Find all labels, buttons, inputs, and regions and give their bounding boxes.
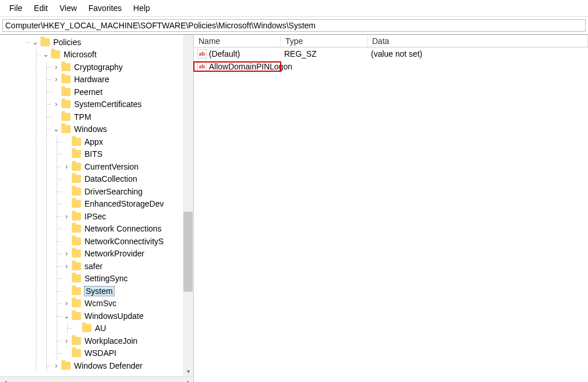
tree-node-tpm[interactable]: TPM <box>0 111 193 123</box>
folder-icon <box>72 150 81 158</box>
tree-node-network-connections[interactable]: Network Connections <box>0 223 193 236</box>
menu-edit[interactable]: Edit <box>28 2 54 14</box>
tree-node-networkprovider[interactable]: ›NetworkProvider <box>0 248 193 260</box>
scroll-left-arrow-icon[interactable]: ◂ <box>0 377 10 383</box>
column-type[interactable]: Type <box>281 35 368 47</box>
tree-node-label: Network Connections <box>84 224 161 233</box>
menu-help[interactable]: Help <box>127 2 156 14</box>
tree-node-label: Windows <box>74 124 107 134</box>
tree-node-peernet[interactable]: Peernet <box>0 86 193 98</box>
folder-icon <box>72 212 81 221</box>
twisty-empty <box>63 200 71 208</box>
twisty-empty <box>52 88 60 96</box>
list-header[interactable]: Name Type Data <box>194 35 588 47</box>
chevron-right-icon[interactable]: › <box>63 163 71 171</box>
scrollbar-thumb[interactable] <box>183 212 193 292</box>
values-pane: Name Type Data ab(Default)REG_SZ(value n… <box>194 35 588 382</box>
menu-file[interactable]: File <box>3 2 28 14</box>
folder-icon <box>72 312 81 320</box>
folder-icon <box>72 138 81 146</box>
tree-node-networkconnectivitys[interactable]: NetworkConnectivityS <box>0 235 193 248</box>
chevron-down-icon[interactable]: ⌄ <box>31 38 39 46</box>
folder-icon <box>61 125 71 133</box>
menu-view[interactable]: View <box>54 2 83 14</box>
chevron-right-icon[interactable]: › <box>63 337 71 345</box>
chevron-right-icon[interactable]: › <box>63 262 71 270</box>
value-type: REG_SZ <box>281 49 368 58</box>
tree-node-currentversion[interactable]: ›CurrentVersion <box>0 160 193 173</box>
chevron-right-icon[interactable]: › <box>52 63 60 71</box>
tree-node-label: IPSec <box>84 212 106 221</box>
chevron-down-icon[interactable]: ⌄ <box>52 125 60 133</box>
folder-icon <box>82 324 91 332</box>
tree-node-cryptography[interactable]: ›Cryptography <box>0 61 193 74</box>
tree-node-microsoft[interactable]: ⌄Microsoft <box>0 49 193 61</box>
value-row[interactable]: abAllowDomainPINLogon <box>194 60 588 73</box>
value-name: (Default) <box>209 49 240 58</box>
tree-node-label: System <box>84 286 114 296</box>
tree-node-appx[interactable]: Appx <box>0 135 193 148</box>
folder-icon <box>72 200 81 208</box>
tree-horizontal-scrollbar[interactable]: ◂ ▸ <box>0 376 193 382</box>
tree-node-windows[interactable]: ⌄Windows <box>0 123 193 136</box>
tree-node-datacollection[interactable]: DataCollection <box>0 173 193 186</box>
folder-icon <box>61 88 71 96</box>
main-split: ⌄Policies⌄Microsoft›Cryptography›Hardwar… <box>0 35 588 382</box>
tree-node-wcmsvc[interactable]: ›WcmSvc <box>0 297 193 310</box>
tree-node-settingsync[interactable]: SettingSync <box>0 273 193 285</box>
chevron-right-icon[interactable]: › <box>63 299 71 307</box>
twisty-empty <box>63 175 71 183</box>
menu-favorites[interactable]: Favorites <box>83 2 128 14</box>
registry-tree[interactable]: ⌄Policies⌄Microsoft›Cryptography›Hardwar… <box>0 35 193 376</box>
twisty-empty <box>63 150 71 158</box>
tree-node-workplacejoin[interactable]: ›WorkplaceJoin <box>0 335 193 347</box>
chevron-right-icon[interactable]: › <box>52 75 60 83</box>
tree-node-ipsec[interactable]: ›IPSec <box>0 210 193 223</box>
folder-icon <box>61 63 71 71</box>
tree-node-system[interactable]: System <box>0 285 193 297</box>
tree-node-bits[interactable]: BITS <box>0 148 193 161</box>
folder-icon <box>72 349 81 357</box>
tree-node-wsdapi[interactable]: WSDAPI <box>0 347 193 360</box>
chevron-down-icon[interactable]: ⌄ <box>63 312 71 320</box>
chevron-down-icon[interactable]: ⌄ <box>42 50 50 58</box>
folder-icon <box>61 75 71 83</box>
tree-vertical-scrollbar[interactable]: ▾ <box>183 35 193 376</box>
tree-node-driversearching[interactable]: DriverSearching <box>0 185 193 198</box>
value-name-cell: ab(Default) <box>194 49 281 58</box>
twisty-empty <box>63 349 71 357</box>
tree-node-enhancedstoragedev[interactable]: EnhancedStorageDev <box>0 198 193 211</box>
column-data[interactable]: Data <box>368 35 588 47</box>
twisty-empty <box>63 138 71 146</box>
address-bar: Computer\HKEY_LOCAL_MACHINE\SOFTWARE\Pol… <box>0 17 588 35</box>
folder-icon <box>61 100 71 108</box>
scroll-right-arrow-icon[interactable]: ▸ <box>183 377 193 383</box>
reg-string-icon: ab <box>197 62 207 71</box>
twisty-empty <box>63 287 71 295</box>
tree-node-label: Hardware <box>74 75 109 84</box>
folder-icon <box>72 249 81 258</box>
tree-node-safer[interactable]: ›safer <box>0 260 193 273</box>
tree-node-hardware[interactable]: ›Hardware <box>0 74 193 86</box>
address-field[interactable]: Computer\HKEY_LOCAL_MACHINE\SOFTWARE\Pol… <box>2 19 586 32</box>
chevron-right-icon[interactable]: › <box>63 212 71 221</box>
value-row[interactable]: ab(Default)REG_SZ(value not set) <box>194 47 588 60</box>
twisty-empty <box>73 324 81 332</box>
twisty-empty <box>63 225 71 233</box>
chevron-right-icon[interactable]: › <box>63 249 71 258</box>
chevron-right-icon[interactable]: › <box>52 362 60 370</box>
tree-node-windowsupdate[interactable]: ⌄WindowsUpdate <box>0 310 193 322</box>
scroll-down-arrow-icon[interactable]: ▾ <box>183 366 193 376</box>
column-name[interactable]: Name <box>194 35 281 47</box>
tree-node-policies[interactable]: ⌄Policies <box>0 36 193 49</box>
tree-node-au[interactable]: AU <box>0 322 193 335</box>
tree-node-label: WSDAPI <box>84 348 116 358</box>
tree-node-label: EnhancedStorageDev <box>84 199 164 208</box>
tree-node-windows-defender[interactable]: ›Windows Defender <box>0 359 193 372</box>
folder-icon <box>72 274 81 282</box>
tree-node-label: Policies <box>53 38 81 47</box>
chevron-right-icon[interactable]: › <box>52 100 60 108</box>
tree-node-systemcertificates[interactable]: ›SystemCertificates <box>0 98 193 111</box>
tree-node-label: safer <box>84 262 102 271</box>
list-body: ab(Default)REG_SZ(value not set)abAllowD… <box>194 47 588 73</box>
